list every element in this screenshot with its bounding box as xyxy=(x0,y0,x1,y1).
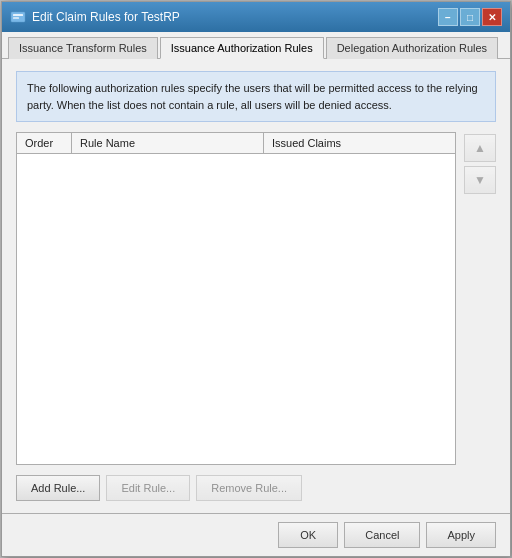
column-header-order: Order xyxy=(17,133,72,153)
action-buttons: Add Rule... Edit Rule... Remove Rule... xyxy=(16,475,496,501)
minimize-button[interactable]: − xyxy=(438,8,458,26)
side-buttons: ▲ ▼ xyxy=(464,132,496,465)
column-header-rule-name: Rule Name xyxy=(72,133,264,153)
table-body[interactable] xyxy=(17,154,455,464)
content-area: The following authorization rules specif… xyxy=(2,59,510,513)
move-up-button[interactable]: ▲ xyxy=(464,134,496,162)
move-down-button[interactable]: ▼ xyxy=(464,166,496,194)
bottom-bar: OK Cancel Apply xyxy=(2,513,510,556)
description-text: The following authorization rules specif… xyxy=(16,71,496,122)
title-bar-left: Edit Claim Rules for TestRP xyxy=(10,9,180,25)
remove-rule-button[interactable]: Remove Rule... xyxy=(196,475,302,501)
rules-table: Order Rule Name Issued Claims xyxy=(16,132,456,465)
title-buttons: − □ ✕ xyxy=(438,8,502,26)
cancel-button[interactable]: Cancel xyxy=(344,522,420,548)
apply-button[interactable]: Apply xyxy=(426,522,496,548)
title-bar: Edit Claim Rules for TestRP − □ ✕ xyxy=(2,2,510,32)
main-window: Edit Claim Rules for TestRP − □ ✕ Issuan… xyxy=(1,1,511,557)
rules-area: Order Rule Name Issued Claims ▲ ▼ xyxy=(16,132,496,465)
window-title: Edit Claim Rules for TestRP xyxy=(32,10,180,24)
tab-issuance-authorization[interactable]: Issuance Authorization Rules xyxy=(160,37,324,59)
tab-bar: Issuance Transform Rules Issuance Author… xyxy=(2,32,510,59)
tab-delegation-authorization[interactable]: Delegation Authorization Rules xyxy=(326,37,498,59)
edit-rule-button[interactable]: Edit Rule... xyxy=(106,475,190,501)
maximize-button[interactable]: □ xyxy=(460,8,480,26)
window-icon xyxy=(10,9,26,25)
svg-rect-2 xyxy=(13,17,19,19)
tab-issuance-transform[interactable]: Issuance Transform Rules xyxy=(8,37,158,59)
add-rule-button[interactable]: Add Rule... xyxy=(16,475,100,501)
close-button[interactable]: ✕ xyxy=(482,8,502,26)
table-header: Order Rule Name Issued Claims xyxy=(17,133,455,154)
ok-button[interactable]: OK xyxy=(278,522,338,548)
column-header-issued-claims: Issued Claims xyxy=(264,133,455,153)
svg-rect-1 xyxy=(13,14,23,16)
